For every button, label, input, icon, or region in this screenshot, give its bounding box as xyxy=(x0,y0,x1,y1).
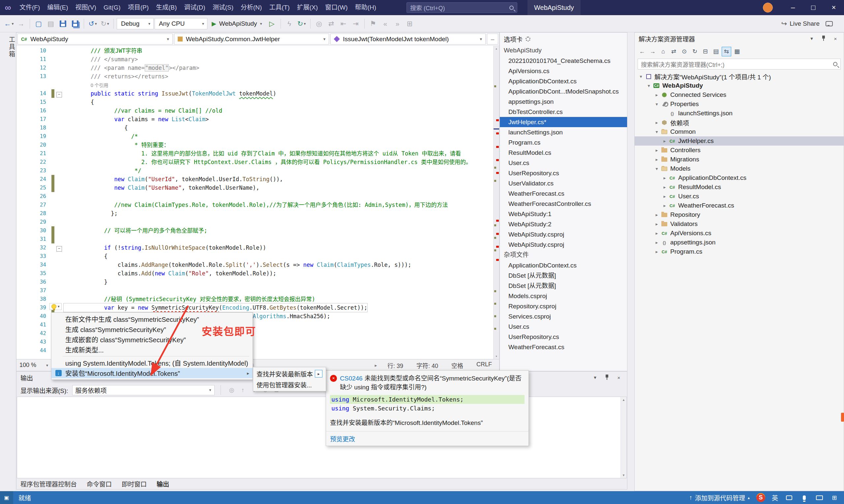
tree-item[interactable]: ▾C#WebApiStudy xyxy=(635,81,844,90)
submenu-item[interactable]: 查找并安装最新版本▸ xyxy=(253,368,326,379)
code-line[interactable]: 31 xyxy=(16,235,493,244)
user-avatar[interactable] xyxy=(763,3,773,13)
code-line[interactable]: 37 xyxy=(16,286,493,295)
output-content[interactable]: ▴ ▾ xyxy=(17,397,627,478)
tree-item[interactable]: ▾Properties xyxy=(635,100,844,109)
live-share-button[interactable]: ↪ Live Share xyxy=(781,20,820,28)
menu-item[interactable]: 视图(V) xyxy=(72,0,100,15)
menu-item[interactable]: 窗口(W) xyxy=(322,0,351,15)
document-tab[interactable]: DbSet [从元数据] xyxy=(500,270,627,281)
keyboard-icon[interactable] xyxy=(815,493,824,502)
restart-app-icon[interactable]: ↻▾ xyxy=(296,18,307,30)
code-line[interactable]: 34claims.AddRange(tokenModel.Role.Split(… xyxy=(16,260,493,269)
code-line[interactable]: 13/// <returns></returns> xyxy=(16,72,493,81)
tree-item[interactable]: ▸Repository xyxy=(635,210,844,219)
add-to-source-control-button[interactable]: ↑ 添加到源代码管理 ▴ xyxy=(689,493,750,502)
code-line[interactable]: 211. 这里将用户的部分信息，比如 uid 存到了Claim 中，如果你想知道… xyxy=(16,149,493,158)
document-tab[interactable]: WeatherForecast.cs xyxy=(500,342,627,352)
document-tab[interactable]: 20221020101704_CreateSchema.cs xyxy=(500,56,627,66)
bookmark-icon[interactable]: ⚑ xyxy=(367,18,379,30)
close-icon[interactable]: × xyxy=(831,36,840,41)
scroll-right-icon[interactable]: ▸ xyxy=(372,363,380,368)
code-line[interactable]: 11/// </summary> xyxy=(16,55,493,64)
quick-action-item[interactable]: 安装包“Microsoft.IdentityModel.Tokens”▸ xyxy=(51,368,253,378)
menu-item[interactable]: 测试(S) xyxy=(209,0,237,15)
document-tab[interactable]: appsettings.json xyxy=(500,96,627,107)
code-line[interactable]: 29 xyxy=(16,218,493,226)
zoom-dropdown[interactable]: 100 % ▾ xyxy=(16,359,51,371)
document-tab[interactable]: UserRepository.cs xyxy=(500,168,627,178)
toolbox-tab[interactable]: 工具箱 xyxy=(0,36,16,58)
document-tab[interactable]: ApplicationDbContext.cs xyxy=(500,76,627,86)
bookmark-window-icon[interactable]: ⊞ xyxy=(404,18,415,30)
expander-icon[interactable]: ▸ xyxy=(653,240,660,245)
indent-icon[interactable]: ⇥ xyxy=(350,18,361,30)
hot-reload-icon[interactable]: ϟ xyxy=(284,18,295,30)
document-tab[interactable]: Program.cs xyxy=(500,137,627,148)
find-message-icon[interactable]: ◎ xyxy=(227,385,237,395)
undo-icon[interactable]: ↺▾ xyxy=(87,18,98,30)
tree-item[interactable]: ▸C#ApiVersions.cs xyxy=(635,229,844,238)
outdent-icon[interactable]: ⇤ xyxy=(338,18,349,30)
expander-icon[interactable]: ▸ xyxy=(653,249,660,254)
nav-back-icon[interactable]: ←▾ xyxy=(3,18,15,30)
menu-item[interactable]: 扩展(X) xyxy=(293,0,322,15)
document-tab[interactable]: User.cs xyxy=(500,322,627,332)
expander-icon[interactable]: ▸ xyxy=(653,212,660,217)
tree-item[interactable]: ▸Controllers xyxy=(635,146,844,155)
tree-item[interactable]: ▸C#JwtHelper.cs xyxy=(635,137,844,146)
menu-item[interactable]: 调试(D) xyxy=(180,0,209,15)
code-line[interactable]: 23*/ xyxy=(16,166,493,175)
split-window-button[interactable]: – xyxy=(487,34,498,44)
tree-item[interactable]: ▸Migrations xyxy=(635,155,844,164)
output-bottom-tab[interactable]: 命令窗口 xyxy=(87,479,112,488)
tree-item[interactable]: ▸Connected Services xyxy=(635,90,844,100)
find-in-files-icon[interactable]: ◎ xyxy=(313,18,325,30)
code-line[interactable]: 16//var claims = new Claim[] //old xyxy=(16,106,493,115)
pin-icon[interactable] xyxy=(603,374,611,381)
redo-icon[interactable]: ↻▾ xyxy=(99,18,110,30)
expander-icon[interactable]: ▾ xyxy=(653,102,660,107)
navigate-to-icon[interactable]: ⇄ xyxy=(326,18,337,30)
document-tab[interactable]: Models.csproj xyxy=(500,291,627,301)
code-line[interactable]: 30// 可以将一个用户的多个角色全部赋予; xyxy=(16,226,493,235)
document-tab[interactable]: WebApiStudy.csproj xyxy=(500,239,627,250)
document-tab[interactable]: User.cs xyxy=(500,158,627,168)
output-source-dropdown[interactable]: 服务依赖项 ▾ xyxy=(72,385,214,395)
code-line[interactable]: 24new Claim("UserId", tokenModel.UserId.… xyxy=(16,175,493,183)
code-line[interactable]: 18{ xyxy=(16,124,493,132)
scroll-up-icon[interactable]: ▴ xyxy=(494,47,499,51)
document-tab[interactable]: ResultModel.cs xyxy=(500,148,627,158)
code-line[interactable]: 222. 你也可以研究下 HttpContext.User.Claims ，具体… xyxy=(16,158,493,166)
tree-item[interactable]: ▸依赖项 xyxy=(635,118,844,127)
gear-icon[interactable] xyxy=(526,37,531,41)
document-tab[interactable]: JwtHelper.cs* xyxy=(500,117,627,127)
nav-forward-icon[interactable]: → xyxy=(16,18,27,30)
code-line[interactable]: 28}; xyxy=(16,209,493,218)
tree-item[interactable]: {}launchSettings.json xyxy=(635,109,844,118)
chat-icon[interactable] xyxy=(785,493,793,502)
open-file-icon[interactable]: ▤ xyxy=(45,18,56,30)
menu-item[interactable]: 工具(T) xyxy=(265,0,293,15)
fold-toggle[interactable] xyxy=(54,89,64,98)
expander-icon[interactable]: ▾ xyxy=(653,129,660,134)
menu-item[interactable]: 文件(F) xyxy=(16,0,44,15)
screen-recorder-badge[interactable]: S xyxy=(756,493,765,502)
send-feedback-icon[interactable] xyxy=(826,21,833,26)
expander-icon[interactable]: ▸ xyxy=(653,157,660,162)
expander-icon[interactable]: ▸ xyxy=(661,184,668,190)
se-home-icon[interactable]: ⌂ xyxy=(658,47,668,56)
quick-action-item[interactable]: 生成新类型... xyxy=(51,345,253,355)
document-tab[interactable]: DbSet [从元数据] xyxy=(500,281,627,291)
pin-icon[interactable] xyxy=(819,35,828,42)
menu-item[interactable]: 项目(P) xyxy=(124,0,152,15)
error-code-link[interactable]: CS0246 xyxy=(340,375,363,382)
expander-icon[interactable]: ▸ xyxy=(653,120,660,125)
code-line[interactable]: 32if (!string.IsNullOrWhiteSpace(tokenMo… xyxy=(16,244,493,252)
expander-icon[interactable]: ▾ xyxy=(645,83,652,88)
background-tasks-icon[interactable]: ▣ xyxy=(0,491,13,504)
document-tab[interactable]: WeatherForecast.cs xyxy=(500,188,627,199)
start-debugging-button[interactable]: ▶ WebApiStudy ▾ xyxy=(208,18,265,29)
code-line[interactable]: 19/* xyxy=(16,132,493,141)
expander-icon[interactable]: ▸ xyxy=(653,231,660,236)
